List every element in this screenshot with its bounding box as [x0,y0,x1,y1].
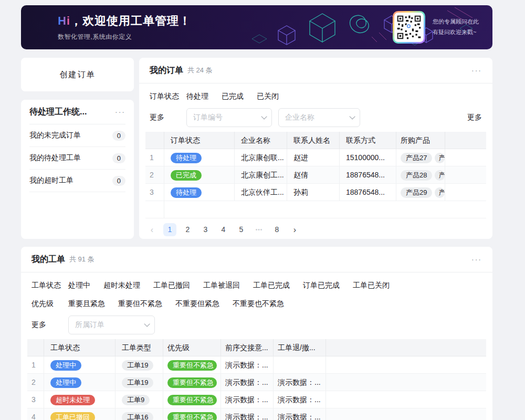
filter-option-closed[interactable]: 已关闭 [257,92,279,101]
stat-row-pending-tickets[interactable]: 我的待处理工单 0 [29,147,125,170]
filter-option-processing[interactable]: 处理中 [68,281,90,290]
orders-filters: 订单状态 待处理 已完成 已关闭 更多 订单编号 企业名称 更多 [139,83,492,127]
qr-caption: 您的专属顾问在此 有疑问欢迎来戳~ [433,17,479,38]
sidebar: 创建订单 待处理工作统... ··· 我的未完成订单 0 我的待处理工单 0 我… [21,58,134,239]
stat-count-badge: 0 [112,131,125,141]
priority-filter-label: 优先级 [32,299,68,309]
row-index: 3 [27,391,44,408]
filter-option-pending[interactable]: 待处理 [186,92,208,101]
company-name-select[interactable]: 企业名称 [278,108,360,127]
filter-option-withdrawn[interactable]: 工单已撤回 [153,281,190,290]
handover-cell: 演示数据：... [221,356,274,373]
filter-option-important-not-urgent[interactable]: 重要但不紧急 [118,299,162,309]
tickets-table: 工单状态 工单类型 优先级 前序交接意... 工单退/撤... 1 处理中 工单… [27,339,486,420]
col-product: 所购产品 [396,132,445,149]
create-order-button[interactable]: 创建订单 [21,58,134,91]
welcome-banner: Hi，欢迎使用工单管理！ 数智化管理,系统由你定义 [21,5,492,49]
product-pill: 产品29 [401,187,432,198]
ticket-status-filter-label: 工单状态 [32,281,68,290]
stat-label: 我的未完成订单 [29,131,81,140]
tickets-more-icon[interactable]: ··· [471,256,482,263]
col-company: 企业名称 [235,132,287,149]
qr-code-svg [396,15,422,40]
stat-row-overtime-tickets[interactable]: 我的超时工单 0 [29,170,125,192]
ticket-status-filter-row: 工单状态 处理中 超时未处理 工单已撤回 工单被退回 工单已完成 订单已完成 工… [32,279,482,292]
orders-card-title: 我的订单 [150,65,183,76]
pagination-page-3[interactable]: 3 [199,223,212,236]
filter-option-important-urgent[interactable]: 重要且紧急 [68,299,105,309]
handover-cell: 演示数据：... [221,374,274,391]
status-badge-pending: 待处理 [171,153,202,163]
pagination-ellipsis-icon[interactable]: ••• [253,223,266,236]
stat-count-badge: 0 [112,153,125,163]
stats-more-icon[interactable]: ··· [115,108,125,116]
ticket-row-4[interactable]: 4 工单已撤回 工单16 重要但不紧急 演示数据：... 演示数据：... [27,408,486,420]
tickets-more-label: 更多 [32,320,68,330]
col-phone: 联系方式 [340,132,396,149]
stat-label: 我的超时工单 [29,176,74,185]
col-priority: 优先级 [163,339,221,356]
contact-cell: 孙莉 [287,184,340,201]
pagination-page-4[interactable]: 4 [217,223,230,236]
ticket-row-2[interactable]: 2 处理中 工单19 重要但不紧急 演示数据：... 演示数据：... [27,374,486,391]
orders-pagination: ‹ 1 2 3 4 5 ••• 8 › [139,218,492,239]
parent-order-select[interactable]: 所属订单 [68,316,155,334]
orders-more-icon[interactable]: ··· [471,67,482,74]
ticket-type-pill: 工单19 [122,360,153,371]
orders-table-header: 订单状态 企业名称 联系人姓名 联系方式 所购产品 [145,132,486,149]
banner-title: Hi，欢迎使用工单管理！ [58,13,393,29]
chevron-down-icon [144,321,150,327]
return-cell: 演示数据：... [274,408,326,420]
priority-badge: 重要但不紧急 [167,360,217,371]
tickets-table-header: 工单状态 工单类型 优先级 前序交接意... 工单退/撤... [27,339,486,356]
stat-count-badge: 0 [112,176,125,186]
order-row-2[interactable]: 2 已完成 北京康创工... 赵倩 18876548... 产品28产品 [145,166,486,184]
chevron-down-icon [349,113,355,119]
col-extra [445,132,486,149]
orders-table: 订单状态 企业名称 联系人姓名 联系方式 所购产品 1 待处理 北京康创联...… [145,132,486,218]
pagination-page-1[interactable]: 1 [163,223,176,236]
pagination-page-2[interactable]: 2 [181,223,194,236]
ticket-row-1[interactable]: 1 处理中 工单19 重要但不紧急 演示数据：... [27,356,486,374]
pagination-prev-icon[interactable]: ‹ [145,223,159,236]
filter-option-overtime[interactable]: 超时未处理 [103,281,140,290]
product-pill-truncated: 产品 [435,153,445,163]
col-index [27,339,44,356]
company-cell: 北京康创联... [235,149,287,166]
empty-cell [326,391,486,408]
order-row-1[interactable]: 1 待处理 北京康创联... 赵进 15100000... 产品27产品 [145,149,486,166]
filter-option-order-done[interactable]: 订单已完成 [303,281,340,290]
filter-option-ticket-done[interactable]: 工单已完成 [253,281,290,290]
filter-option-returned[interactable]: 工单被退回 [203,281,240,290]
orders-more-link[interactable]: 更多 [467,113,482,122]
tickets-filters: 工单状态 处理中 超时未处理 工单已撤回 工单被退回 工单已完成 订单已完成 工… [21,272,492,334]
pagination-page-5[interactable]: 5 [235,223,248,236]
order-row-3[interactable]: 3 待处理 北京伙伴工... 孙莉 18876548... 产品29产品 [145,184,486,201]
contact-cell: 赵倩 [287,166,340,183]
filter-option-completed[interactable]: 已完成 [222,92,244,101]
tickets-card-header: 我的工单 共 91 条 ··· [21,247,492,272]
stat-row-unfinished-orders[interactable]: 我的未完成订单 0 [29,124,125,147]
filter-option-ticket-closed[interactable]: 工单已关闭 [353,281,390,290]
order-number-select[interactable]: 订单编号 [186,108,272,127]
order-number-placeholder: 订单编号 [193,113,261,122]
row-index: 2 [145,166,164,183]
product-pill-truncated: 产品 [435,187,445,198]
status-badge-processing: 处理中 [50,360,81,371]
product-pill-truncated: 产品 [435,170,445,181]
filter-option-not-important-urgent[interactable]: 不重要但紧急 [175,299,219,309]
orders-more-label: 更多 [150,113,186,122]
handover-cell: 演示数据：... [221,391,274,408]
ticket-row-3[interactable]: 3 超时未处理 工单9 重要但不紧急 演示数据：... 演示数据：... [27,391,486,408]
stat-label: 我的待处理工单 [29,153,81,163]
stats-card-title: 待处理工作统... [29,107,87,118]
orders-more-row: 更多 订单编号 企业名称 更多 [150,108,482,127]
filter-option-not-important-not-urgent[interactable]: 不重要也不紧急 [233,299,284,309]
row-index: 1 [145,149,164,166]
pagination-next-icon[interactable]: › [288,223,301,236]
status-badge-withdrawn: 工单已撤回 [50,412,95,420]
my-orders-card: 我的订单 共 24 条 ··· 订单状态 待处理 已完成 已关闭 更多 订单编号 [139,58,492,239]
chevron-down-icon [261,113,267,119]
row-index: 2 [27,374,44,391]
pagination-page-8[interactable]: 8 [270,223,284,236]
